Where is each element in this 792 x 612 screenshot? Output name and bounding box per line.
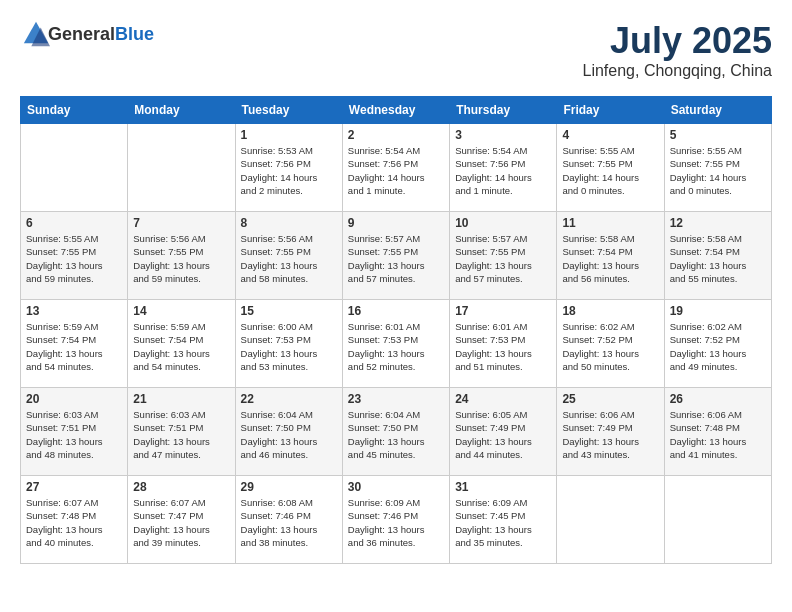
calendar-cell: 13Sunrise: 5:59 AM Sunset: 7:54 PM Dayli… bbox=[21, 300, 128, 388]
calendar-cell: 6Sunrise: 5:55 AM Sunset: 7:55 PM Daylig… bbox=[21, 212, 128, 300]
calendar-cell: 31Sunrise: 6:09 AM Sunset: 7:45 PM Dayli… bbox=[450, 476, 557, 564]
day-info: Sunrise: 5:56 AM Sunset: 7:55 PM Dayligh… bbox=[133, 232, 229, 285]
day-number: 29 bbox=[241, 480, 337, 494]
calendar-cell: 23Sunrise: 6:04 AM Sunset: 7:50 PM Dayli… bbox=[342, 388, 449, 476]
weekday-header: Monday bbox=[128, 97, 235, 124]
calendar-cell: 19Sunrise: 6:02 AM Sunset: 7:52 PM Dayli… bbox=[664, 300, 771, 388]
day-info: Sunrise: 5:53 AM Sunset: 7:56 PM Dayligh… bbox=[241, 144, 337, 197]
day-info: Sunrise: 5:58 AM Sunset: 7:54 PM Dayligh… bbox=[562, 232, 658, 285]
calendar-cell bbox=[557, 476, 664, 564]
day-number: 20 bbox=[26, 392, 122, 406]
calendar-cell: 26Sunrise: 6:06 AM Sunset: 7:48 PM Dayli… bbox=[664, 388, 771, 476]
day-info: Sunrise: 5:57 AM Sunset: 7:55 PM Dayligh… bbox=[455, 232, 551, 285]
weekday-header-row: SundayMondayTuesdayWednesdayThursdayFrid… bbox=[21, 97, 772, 124]
day-info: Sunrise: 6:03 AM Sunset: 7:51 PM Dayligh… bbox=[26, 408, 122, 461]
day-number: 21 bbox=[133, 392, 229, 406]
weekday-header: Thursday bbox=[450, 97, 557, 124]
day-number: 19 bbox=[670, 304, 766, 318]
calendar-cell: 4Sunrise: 5:55 AM Sunset: 7:55 PM Daylig… bbox=[557, 124, 664, 212]
day-info: Sunrise: 6:03 AM Sunset: 7:51 PM Dayligh… bbox=[133, 408, 229, 461]
calendar-cell: 11Sunrise: 5:58 AM Sunset: 7:54 PM Dayli… bbox=[557, 212, 664, 300]
weekday-header: Sunday bbox=[21, 97, 128, 124]
calendar-cell: 2Sunrise: 5:54 AM Sunset: 7:56 PM Daylig… bbox=[342, 124, 449, 212]
day-number: 1 bbox=[241, 128, 337, 142]
logo-general-text: General bbox=[48, 24, 115, 44]
day-info: Sunrise: 6:01 AM Sunset: 7:53 PM Dayligh… bbox=[348, 320, 444, 373]
day-info: Sunrise: 6:07 AM Sunset: 7:48 PM Dayligh… bbox=[26, 496, 122, 549]
calendar-cell: 30Sunrise: 6:09 AM Sunset: 7:46 PM Dayli… bbox=[342, 476, 449, 564]
day-info: Sunrise: 6:02 AM Sunset: 7:52 PM Dayligh… bbox=[670, 320, 766, 373]
calendar-cell: 12Sunrise: 5:58 AM Sunset: 7:54 PM Dayli… bbox=[664, 212, 771, 300]
page-header: GeneralBlue July 2025 Linfeng, Chongqing… bbox=[20, 20, 772, 80]
location-title: Linfeng, Chongqing, China bbox=[583, 62, 772, 80]
calendar-cell: 22Sunrise: 6:04 AM Sunset: 7:50 PM Dayli… bbox=[235, 388, 342, 476]
calendar-cell: 14Sunrise: 5:59 AM Sunset: 7:54 PM Dayli… bbox=[128, 300, 235, 388]
day-info: Sunrise: 6:04 AM Sunset: 7:50 PM Dayligh… bbox=[241, 408, 337, 461]
weekday-header: Wednesday bbox=[342, 97, 449, 124]
calendar-cell: 28Sunrise: 6:07 AM Sunset: 7:47 PM Dayli… bbox=[128, 476, 235, 564]
calendar-table: SundayMondayTuesdayWednesdayThursdayFrid… bbox=[20, 96, 772, 564]
day-number: 11 bbox=[562, 216, 658, 230]
day-number: 26 bbox=[670, 392, 766, 406]
day-number: 22 bbox=[241, 392, 337, 406]
calendar-cell: 7Sunrise: 5:56 AM Sunset: 7:55 PM Daylig… bbox=[128, 212, 235, 300]
title-block: July 2025 Linfeng, Chongqing, China bbox=[583, 20, 772, 80]
day-info: Sunrise: 5:54 AM Sunset: 7:56 PM Dayligh… bbox=[455, 144, 551, 197]
calendar-cell: 8Sunrise: 5:56 AM Sunset: 7:55 PM Daylig… bbox=[235, 212, 342, 300]
logo-blue-text: Blue bbox=[115, 24, 154, 44]
day-number: 18 bbox=[562, 304, 658, 318]
day-info: Sunrise: 6:08 AM Sunset: 7:46 PM Dayligh… bbox=[241, 496, 337, 549]
calendar-cell: 16Sunrise: 6:01 AM Sunset: 7:53 PM Dayli… bbox=[342, 300, 449, 388]
calendar-cell: 5Sunrise: 5:55 AM Sunset: 7:55 PM Daylig… bbox=[664, 124, 771, 212]
day-number: 8 bbox=[241, 216, 337, 230]
day-number: 30 bbox=[348, 480, 444, 494]
day-info: Sunrise: 6:09 AM Sunset: 7:46 PM Dayligh… bbox=[348, 496, 444, 549]
day-number: 28 bbox=[133, 480, 229, 494]
calendar-cell: 3Sunrise: 5:54 AM Sunset: 7:56 PM Daylig… bbox=[450, 124, 557, 212]
day-info: Sunrise: 6:00 AM Sunset: 7:53 PM Dayligh… bbox=[241, 320, 337, 373]
calendar-cell: 21Sunrise: 6:03 AM Sunset: 7:51 PM Dayli… bbox=[128, 388, 235, 476]
day-info: Sunrise: 5:55 AM Sunset: 7:55 PM Dayligh… bbox=[26, 232, 122, 285]
day-number: 9 bbox=[348, 216, 444, 230]
day-number: 16 bbox=[348, 304, 444, 318]
calendar-cell: 1Sunrise: 5:53 AM Sunset: 7:56 PM Daylig… bbox=[235, 124, 342, 212]
calendar-week-row: 6Sunrise: 5:55 AM Sunset: 7:55 PM Daylig… bbox=[21, 212, 772, 300]
day-info: Sunrise: 5:55 AM Sunset: 7:55 PM Dayligh… bbox=[562, 144, 658, 197]
day-number: 2 bbox=[348, 128, 444, 142]
day-info: Sunrise: 6:07 AM Sunset: 7:47 PM Dayligh… bbox=[133, 496, 229, 549]
calendar-cell: 18Sunrise: 6:02 AM Sunset: 7:52 PM Dayli… bbox=[557, 300, 664, 388]
day-info: Sunrise: 6:06 AM Sunset: 7:48 PM Dayligh… bbox=[670, 408, 766, 461]
day-info: Sunrise: 6:04 AM Sunset: 7:50 PM Dayligh… bbox=[348, 408, 444, 461]
day-info: Sunrise: 6:01 AM Sunset: 7:53 PM Dayligh… bbox=[455, 320, 551, 373]
calendar-cell: 15Sunrise: 6:00 AM Sunset: 7:53 PM Dayli… bbox=[235, 300, 342, 388]
day-number: 27 bbox=[26, 480, 122, 494]
day-info: Sunrise: 6:05 AM Sunset: 7:49 PM Dayligh… bbox=[455, 408, 551, 461]
day-number: 31 bbox=[455, 480, 551, 494]
weekday-header: Friday bbox=[557, 97, 664, 124]
logo-icon bbox=[22, 20, 50, 48]
calendar-cell: 27Sunrise: 6:07 AM Sunset: 7:48 PM Dayli… bbox=[21, 476, 128, 564]
calendar-week-row: 13Sunrise: 5:59 AM Sunset: 7:54 PM Dayli… bbox=[21, 300, 772, 388]
day-number: 3 bbox=[455, 128, 551, 142]
calendar-cell: 24Sunrise: 6:05 AM Sunset: 7:49 PM Dayli… bbox=[450, 388, 557, 476]
day-number: 24 bbox=[455, 392, 551, 406]
day-number: 13 bbox=[26, 304, 122, 318]
day-number: 10 bbox=[455, 216, 551, 230]
day-number: 7 bbox=[133, 216, 229, 230]
logo: GeneralBlue bbox=[20, 20, 154, 48]
day-number: 17 bbox=[455, 304, 551, 318]
day-number: 23 bbox=[348, 392, 444, 406]
day-info: Sunrise: 6:02 AM Sunset: 7:52 PM Dayligh… bbox=[562, 320, 658, 373]
day-number: 4 bbox=[562, 128, 658, 142]
day-number: 14 bbox=[133, 304, 229, 318]
calendar-week-row: 27Sunrise: 6:07 AM Sunset: 7:48 PM Dayli… bbox=[21, 476, 772, 564]
day-number: 5 bbox=[670, 128, 766, 142]
day-info: Sunrise: 6:09 AM Sunset: 7:45 PM Dayligh… bbox=[455, 496, 551, 549]
calendar-cell bbox=[664, 476, 771, 564]
calendar-week-row: 1Sunrise: 5:53 AM Sunset: 7:56 PM Daylig… bbox=[21, 124, 772, 212]
weekday-header: Saturday bbox=[664, 97, 771, 124]
calendar-cell: 20Sunrise: 6:03 AM Sunset: 7:51 PM Dayli… bbox=[21, 388, 128, 476]
day-info: Sunrise: 5:55 AM Sunset: 7:55 PM Dayligh… bbox=[670, 144, 766, 197]
calendar-cell: 17Sunrise: 6:01 AM Sunset: 7:53 PM Dayli… bbox=[450, 300, 557, 388]
calendar-week-row: 20Sunrise: 6:03 AM Sunset: 7:51 PM Dayli… bbox=[21, 388, 772, 476]
